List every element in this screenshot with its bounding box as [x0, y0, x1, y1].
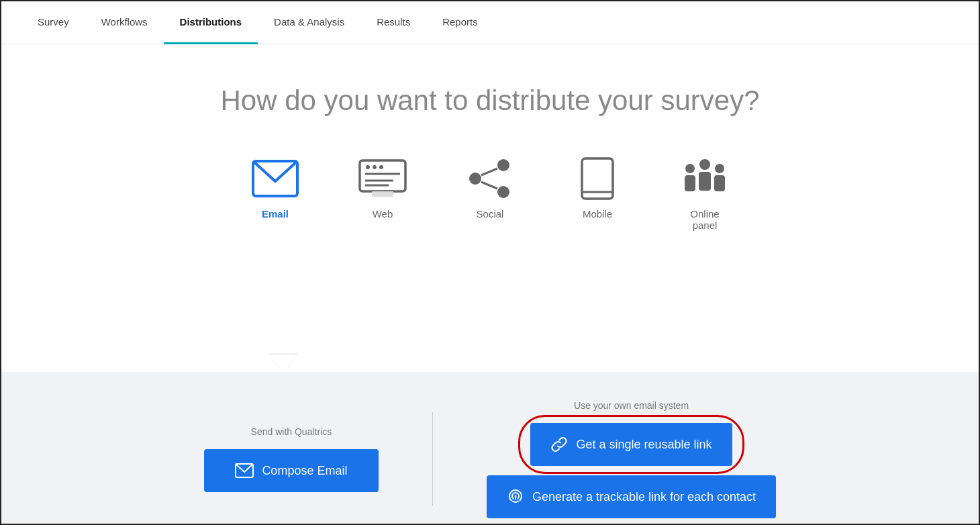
dist-option-web-label: Web [373, 208, 393, 220]
nav-item-results[interactable]: Results [360, 1, 426, 44]
dist-option-social[interactable]: Social [463, 157, 517, 220]
online-panel-icon-box [678, 157, 732, 200]
email-icon [252, 160, 299, 197]
nav-item-workflows[interactable]: Workflows [85, 1, 164, 44]
web-icon-box [356, 157, 409, 200]
mobile-icon-box [571, 157, 624, 200]
single-link-label: Get a single reusable link [576, 438, 712, 452]
compose-email-button[interactable]: Compose Email [204, 449, 379, 492]
top-nav: Survey Workflows Distributions Data & An… [1, 1, 979, 44]
qualtrics-section-label: Send with Qualtrics [251, 426, 332, 437]
panel-section-own-email: Use your own email system Get a single r… [433, 400, 830, 518]
online-panel-icon [678, 158, 732, 199]
dropdown-triangle [268, 354, 298, 372]
dist-option-web[interactable]: Web [356, 157, 409, 220]
dist-option-mobile[interactable]: Mobile [571, 157, 624, 220]
svg-point-3 [373, 165, 377, 169]
distribution-options: Email Web [248, 157, 732, 231]
dist-option-online-panel-label: Onlinepanel [690, 208, 719, 231]
svg-line-13 [481, 169, 497, 175]
own-email-section-label: Use your own email system [574, 400, 689, 411]
link-icon [550, 436, 568, 453]
svg-point-11 [469, 173, 481, 185]
svg-rect-20 [699, 172, 711, 191]
single-link-button[interactable]: Get a single reusable link [530, 423, 732, 466]
svg-point-4 [379, 165, 383, 169]
mobile-icon [581, 157, 614, 200]
svg-point-10 [497, 159, 509, 171]
svg-rect-9 [372, 191, 393, 197]
web-icon [358, 159, 407, 198]
envelope-icon [235, 463, 254, 478]
nav-item-survey[interactable]: Survey [21, 1, 85, 44]
nav-item-data-analysis[interactable]: Data & Analysis [258, 1, 360, 44]
dist-option-social-label: Social [477, 208, 504, 220]
main-content: How do you want to distribute your surve… [1, 44, 979, 352]
svg-rect-22 [714, 175, 725, 191]
svg-point-17 [685, 164, 695, 173]
svg-rect-1 [360, 160, 405, 191]
social-icon [467, 158, 513, 199]
svg-point-21 [715, 164, 724, 173]
nav-item-reports[interactable]: Reports [426, 1, 494, 44]
compose-email-label: Compose Email [262, 464, 347, 478]
fingerprint-icon [507, 488, 524, 506]
dist-option-email-label: Email [262, 208, 289, 220]
svg-point-12 [497, 186, 509, 198]
dist-option-email[interactable]: Email [248, 157, 302, 220]
dist-option-mobile-label: Mobile [583, 208, 612, 220]
bottom-panel: Send with Qualtrics Compose Email Use yo… [1, 372, 979, 525]
nav-item-distributions[interactable]: Distributions [164, 1, 258, 44]
svg-point-2 [366, 165, 370, 169]
svg-point-19 [699, 159, 710, 170]
page-headline: How do you want to distribute your surve… [220, 85, 759, 117]
trackable-link-label: Generate a trackable link for each conta… [532, 490, 756, 504]
svg-rect-18 [685, 175, 695, 191]
email-icon-box [248, 157, 302, 200]
panel-section-qualtrics: Send with Qualtrics Compose Email [150, 426, 432, 492]
trackable-link-button[interactable]: Generate a trackable link for each conta… [487, 475, 776, 518]
svg-line-14 [481, 182, 497, 189]
single-link-btn-wrapper: Get a single reusable link [530, 423, 732, 466]
social-icon-box [463, 157, 517, 200]
dist-option-online-panel[interactable]: Onlinepanel [678, 157, 732, 231]
